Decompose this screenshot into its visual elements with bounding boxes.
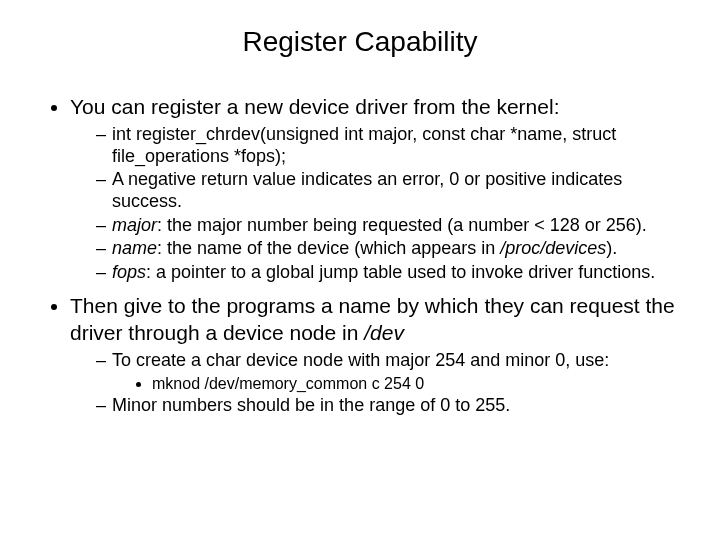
list-item: major: the major number being requested … [96,215,690,237]
list-item: fops: a pointer to a global jump table u… [96,262,690,284]
bullet-list-level2: int register_chrdev(unsigned int major, … [88,124,690,283]
list-item: You can register a new device driver fro… [70,94,690,283]
bullet-text: mknod /dev/memory_common c 254 0 [152,375,424,392]
bullet-text: Minor numbers should be in the range of … [112,395,510,415]
list-item: int register_chrdev(unsigned int major, … [96,124,690,167]
list-item: mknod /dev/memory_common c 254 0 [152,374,690,393]
bullet-text: major: the major number being requested … [112,215,647,235]
bullet-text: To create a char device node with major … [112,350,609,370]
list-item: name: the name of the device (which appe… [96,238,690,260]
bullet-list-level1: You can register a new device driver fro… [48,94,690,416]
bullet-list-level2: To create a char device node with major … [88,350,690,416]
list-item: Minor numbers should be in the range of … [96,395,690,417]
bullet-text: A negative return value indicates an err… [112,169,622,211]
list-item: A negative return value indicates an err… [96,169,690,212]
slide-title: Register Capability [30,26,690,58]
bullet-list-level3: mknod /dev/memory_common c 254 0 [134,374,690,393]
slide: Register Capability You can register a n… [0,0,720,540]
list-item: Then give to the programs a name by whic… [70,293,690,416]
bullet-text: int register_chrdev(unsigned int major, … [112,124,616,166]
bullet-text: fops: a pointer to a global jump table u… [112,262,655,282]
bullet-text: You can register a new device driver fro… [70,95,559,118]
bullet-text: name: the name of the device (which appe… [112,238,617,258]
list-item: To create a char device node with major … [96,350,690,393]
bullet-text: Then give to the programs a name by whic… [70,294,675,343]
